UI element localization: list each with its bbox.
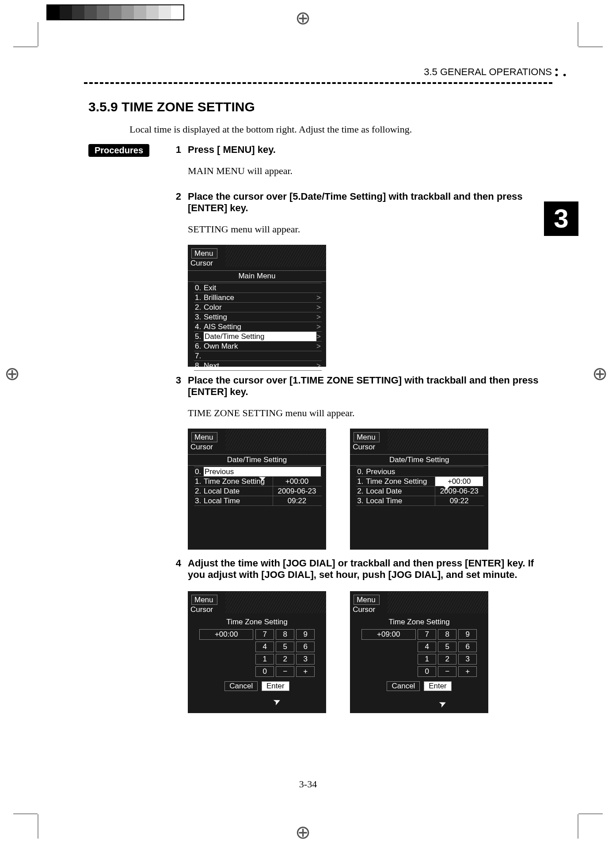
menu-item-local-time: 3.Local Time09:22 [356, 496, 484, 506]
menu-title: Date/Time Setting [188, 454, 326, 466]
cursor-arrow-icon: ➤ [437, 697, 449, 710]
crop-mark [38, 22, 38, 46]
crop-mark [578, 22, 578, 46]
radar-main-menu-screenshot: Menu Cursor Main Menu 0.Exit 1.Brillianc… [188, 245, 326, 367]
crop-mark [578, 814, 578, 839]
menu-item-local-time: 3.Local Time09:22 [194, 496, 322, 506]
step-subtext: SETTING menu will appear. [188, 224, 539, 235]
key-9: 9 [458, 629, 477, 640]
time-zone-value: +09:00 [361, 629, 415, 640]
key-5: 5 [276, 642, 294, 652]
header-dots-icon: • • • [555, 67, 567, 78]
radar-date-time-menu-screenshot-left: Menu Cursor Date/Time Setting 0.Previous… [188, 429, 326, 550]
key-7: 7 [418, 629, 436, 640]
key-9: 9 [296, 629, 315, 640]
key-plus: + [296, 666, 315, 677]
menu-tag: Menu [191, 595, 217, 605]
step-number: 4 [164, 558, 188, 713]
key-2: 2 [438, 654, 456, 665]
key-plus: + [458, 666, 477, 677]
menu-tag: Menu [191, 248, 217, 258]
menu-item-time-zone-setting: 1.Time Zone Setting+00:00 [356, 476, 484, 486]
crop-mark [13, 46, 38, 47]
menu-item-exit: 0.Exit [194, 283, 322, 292]
menu-title: Time Zone Setting [350, 617, 488, 627]
grayscale-ramp [46, 4, 184, 20]
key-6: 6 [296, 642, 315, 652]
time-zone-value: +00:00 [199, 629, 253, 640]
key-minus: − [276, 666, 294, 677]
chevron-right-icon: > [316, 312, 321, 322]
key-0: 0 [255, 666, 274, 677]
cursor-arrow-icon: ➤ [271, 695, 283, 708]
chevron-right-icon: > [316, 332, 321, 341]
header-divider [84, 82, 552, 84]
cancel-button: Cancel [224, 681, 258, 691]
key-3: 3 [458, 654, 477, 665]
chevron-right-icon: > [316, 361, 321, 370]
procedures-label: Procedures [88, 144, 149, 157]
key-minus: − [438, 666, 456, 677]
key-5: 5 [438, 642, 456, 652]
menu-tag: Menu [354, 595, 380, 605]
menu-tag: Menu [354, 432, 380, 442]
crop-mark [38, 814, 38, 839]
enter-button: Enter [424, 681, 452, 691]
radar-time-zone-keypad-screenshot-right: Menu Cursor Time Zone Setting +09:00 7 8… [350, 591, 488, 713]
key-3: 3 [296, 654, 315, 665]
section-title: 3.5.9 TIME ZONE SETTING [88, 99, 255, 114]
menu-item-local-date: 2.Local Date2009-06-23 [356, 486, 484, 496]
menu-item-date-time-setting: 5.Date/Time Setting> [194, 331, 322, 341]
step-heading: Press [ MENU] key. [188, 144, 539, 156]
intro-text: Local time is displayed at the bottom ri… [129, 124, 539, 135]
menu-title: Time Zone Setting [188, 617, 326, 627]
registration-mark [593, 367, 611, 384]
cancel-button: Cancel [387, 681, 420, 691]
menu-item-color: 2.Color> [194, 302, 322, 312]
menu-item-ais-setting: 4.AIS Setting> [194, 322, 322, 331]
crop-mark [578, 46, 603, 47]
menu-item-previous: 0.Previous [356, 467, 484, 476]
numeric-keypad: 7 8 9 4 5 6 1 2 3 0 − + [418, 629, 477, 677]
value-cell: 2009-06-23 [273, 486, 321, 496]
key-2: 2 [276, 654, 294, 665]
cursor-label: Cursor [190, 443, 213, 452]
value-cell: 09:22 [273, 496, 321, 505]
key-4: 4 [418, 642, 436, 652]
menu-item-blank: 7. [194, 351, 322, 361]
chevron-right-icon: > [316, 303, 321, 312]
menu-item-next: 8.Next> [194, 361, 322, 371]
step-subtext: TIME ZONE SETTING menu will appear. [188, 407, 539, 419]
value-cell: 09:22 [435, 496, 483, 505]
key-6: 6 [458, 642, 477, 652]
crop-mark [13, 813, 38, 814]
chevron-right-icon: > [316, 322, 321, 331]
step-heading: Adjust the time with [JOG DIAL] or track… [188, 558, 539, 581]
value-cell: +00:00 [273, 477, 321, 486]
menu-title: Main Menu [188, 270, 326, 282]
chevron-right-icon: > [316, 293, 321, 302]
crop-mark [578, 813, 603, 814]
step-heading: Place the cursor over [5.Date/Time Setti… [188, 191, 539, 214]
key-7: 7 [255, 629, 274, 640]
chapter-tab: 3 [544, 201, 578, 236]
key-1: 1 [255, 654, 274, 665]
menu-item-setting: 3.Setting> [194, 312, 322, 322]
radar-time-zone-keypad-screenshot-left: Menu Cursor Time Zone Setting +00:00 7 8… [188, 591, 326, 713]
chevron-right-icon: > [316, 342, 321, 351]
numeric-keypad: 7 8 9 4 5 6 1 2 3 0 − + [255, 629, 315, 677]
key-8: 8 [276, 629, 294, 640]
step-number: 2 [164, 191, 188, 367]
key-8: 8 [438, 629, 456, 640]
key-0: 0 [418, 666, 436, 677]
key-4: 4 [255, 642, 274, 652]
cursor-label: Cursor [190, 605, 213, 614]
cursor-label: Cursor [190, 259, 213, 268]
menu-tag: Menu [191, 432, 217, 442]
step-number: 3 [164, 375, 188, 550]
registration-mark [296, 11, 314, 29]
enter-button: Enter [262, 681, 289, 691]
cursor-label: Cursor [353, 443, 375, 452]
radar-date-time-menu-screenshot-right: Menu Cursor Date/Time Setting 0.Previous… [350, 429, 488, 550]
step-subtext: MAIN MENU will appear. [188, 165, 539, 177]
